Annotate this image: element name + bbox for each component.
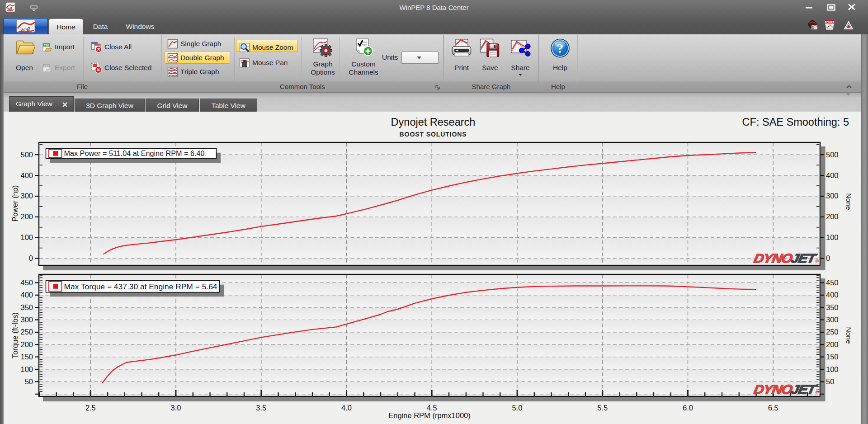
svg-text:2.5: 2.5 — [85, 404, 96, 412]
svg-text:CSV: CSV — [44, 65, 49, 67]
svg-text:150: 150 — [826, 353, 839, 361]
svg-text:400: 400 — [20, 291, 33, 299]
svg-text:6.0: 6.0 — [683, 404, 693, 412]
svg-text:50: 50 — [826, 377, 834, 386]
svg-text:450: 450 — [20, 278, 33, 287]
svg-text:50: 50 — [25, 377, 33, 386]
svg-text:150: 150 — [20, 353, 33, 361]
svg-text:100: 100 — [20, 365, 33, 373]
svg-text:6.5: 6.5 — [768, 404, 778, 412]
svg-text:400: 400 — [826, 171, 839, 179]
svg-text:POWER: POWER — [825, 21, 835, 24]
svg-text:100: 100 — [20, 233, 33, 241]
svg-text:200: 200 — [20, 340, 33, 349]
svg-text:5.5: 5.5 — [597, 404, 608, 412]
svg-text:Torque (ft-lbs): Torque (ft-lbs) — [11, 312, 19, 358]
svg-text:DYNOJET®: DYNOJET® — [753, 251, 821, 265]
svg-text:400: 400 — [826, 291, 839, 299]
svg-text:100: 100 — [826, 233, 839, 241]
svg-text:Dynojet Research: Dynojet Research — [391, 116, 476, 128]
svg-text:W: W — [812, 27, 815, 29]
svg-text:250: 250 — [826, 328, 839, 336]
svg-text:None: None — [845, 193, 853, 210]
svg-text:250: 250 — [20, 328, 33, 336]
svg-text:Max Power = 511.04 at Engine R: Max Power = 511.04 at Engine RPM = 6.40 — [64, 149, 205, 157]
svg-text:350: 350 — [20, 303, 33, 311]
svg-text:300: 300 — [20, 192, 33, 200]
svg-text:BOOST SOLUTIONS: BOOST SOLUTIONS — [400, 131, 467, 138]
svg-text:WP8: WP8 — [20, 26, 30, 33]
svg-text:300: 300 — [20, 316, 33, 324]
svg-text:300: 300 — [826, 192, 839, 200]
svg-text:200: 200 — [20, 212, 33, 221]
svg-text:Max Torque = 437.30 at Engine: Max Torque = 437.30 at Engine RPM = 5.64 — [64, 282, 217, 291]
svg-text:CF: SAE Smoothing: 5: CF: SAE Smoothing: 5 — [742, 116, 849, 128]
svg-text:300: 300 — [826, 316, 839, 324]
svg-text:400: 400 — [20, 171, 33, 179]
svg-text:4.5: 4.5 — [427, 404, 437, 412]
svg-text:CSV: CSV — [44, 44, 49, 47]
svg-text:500: 500 — [826, 151, 839, 159]
svg-text:100: 100 — [826, 365, 839, 373]
svg-text:DYNOJET®: DYNOJET® — [753, 382, 821, 396]
svg-text:None: None — [845, 327, 853, 344]
svg-text:4.0: 4.0 — [341, 404, 352, 412]
svg-text:500: 500 — [20, 151, 33, 159]
svg-text:350: 350 — [826, 303, 839, 311]
svg-text:3.5: 3.5 — [256, 404, 266, 412]
svg-text:450: 450 — [826, 278, 839, 287]
svg-text:200: 200 — [826, 340, 839, 349]
svg-text:0: 0 — [29, 254, 33, 262]
svg-text:0: 0 — [826, 254, 830, 262]
svg-text:3.0: 3.0 — [171, 404, 181, 412]
svg-text:5.0: 5.0 — [512, 404, 523, 412]
svg-text:Engine RPM (rpmx1000): Engine RPM (rpmx1000) — [388, 411, 471, 419]
svg-text:200: 200 — [826, 212, 839, 221]
svg-text:?: ? — [557, 41, 564, 56]
svg-text:Power (hp): Power (hp) — [11, 185, 19, 222]
